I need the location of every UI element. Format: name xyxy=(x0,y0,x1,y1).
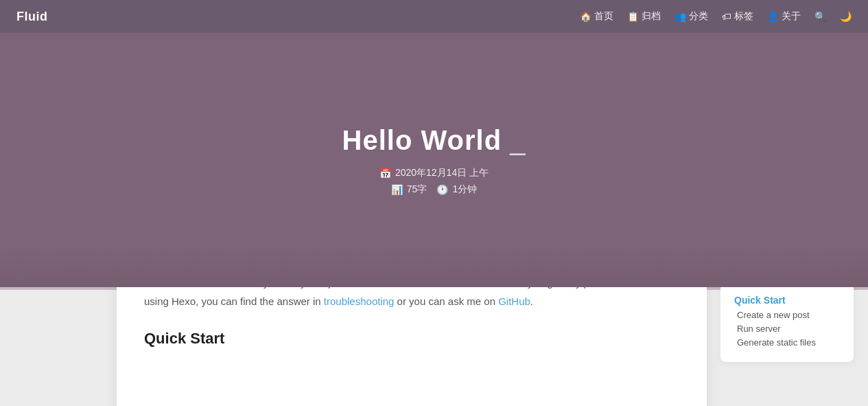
page-body: Welcome to Hexo! This is your very first… xyxy=(0,290,868,406)
wordcount-icon: 📊 xyxy=(391,184,403,195)
nav-about-label: 关于 xyxy=(782,10,801,23)
theme-toggle-button[interactable]: 🌙 xyxy=(840,11,852,22)
nav-about[interactable]: 👤 关于 xyxy=(767,10,801,23)
archive-icon: 📋 xyxy=(627,11,639,22)
nav-category[interactable]: 👥 分类 xyxy=(675,10,708,23)
toc-item-run-server[interactable]: Run server xyxy=(734,324,840,334)
left-spacer xyxy=(0,290,117,406)
quick-start-heading: Quick Start xyxy=(144,330,679,348)
post-title: Hello World xyxy=(342,125,526,156)
nav-tags[interactable]: 🏷 标签 xyxy=(722,10,753,23)
toc-item-create-post[interactable]: Create a new post xyxy=(734,310,840,320)
intro-text-5: . xyxy=(530,295,533,307)
post-date-row: 📅 2020年12月14日 上午 xyxy=(379,167,489,179)
nav-category-label: 分类 xyxy=(689,10,708,23)
navbar: Fluid 🏠 首页 📋 归档 👥 分类 🏷 标签 👤 关于 🔍 🌙 xyxy=(0,0,868,33)
toc-item-quickstart[interactable]: Quick Start xyxy=(734,295,840,306)
right-sidebar: 📋 目录 Quick Start Create a new post Run s… xyxy=(707,290,865,406)
nav-archive-label: 归档 xyxy=(642,10,661,23)
about-icon: 👤 xyxy=(767,11,779,22)
nav-archive[interactable]: 📋 归档 xyxy=(627,10,661,23)
toc-item-generate[interactable]: Generate static files xyxy=(734,337,840,348)
search-button[interactable]: 🔍 xyxy=(814,11,826,22)
tags-icon: 🏷 xyxy=(722,11,731,22)
post-wordcount: 75字 xyxy=(407,183,427,196)
nav-tags-label: 标签 xyxy=(734,10,753,23)
nav-home-label: 首页 xyxy=(594,10,613,23)
moon-icon: 🌙 xyxy=(840,11,852,22)
readtime-icon: 🕐 xyxy=(436,184,448,195)
troubleshooting-link[interactable]: troubleshooting xyxy=(324,295,395,307)
post-readtime: 1分钟 xyxy=(452,183,477,196)
calendar-icon: 📅 xyxy=(379,168,391,179)
post-meta: 📅 2020年12月14日 上午 📊 75字 🕐 1分钟 xyxy=(379,167,489,196)
post-stats-row: 📊 75字 🕐 1分钟 xyxy=(391,183,477,196)
brand-logo[interactable]: Fluid xyxy=(16,10,48,24)
hero-section: Hello World 📅 2020年12月14日 上午 📊 75字 🕐 1分钟 xyxy=(0,33,868,287)
intro-text-4: or you can ask me on xyxy=(394,295,498,307)
nav-home[interactable]: 🏠 首页 xyxy=(580,10,613,23)
github-link[interactable]: GitHub xyxy=(498,295,530,307)
post-date: 2020年12月14日 上午 xyxy=(395,167,489,179)
category-icon: 👥 xyxy=(675,11,686,22)
toc-list: Quick Start Create a new post Run server… xyxy=(734,295,840,348)
nav-links: 🏠 首页 📋 归档 👥 分类 🏷 标签 👤 关于 🔍 🌙 xyxy=(580,10,852,23)
search-icon: 🔍 xyxy=(814,11,826,22)
home-icon: 🏠 xyxy=(580,11,591,22)
